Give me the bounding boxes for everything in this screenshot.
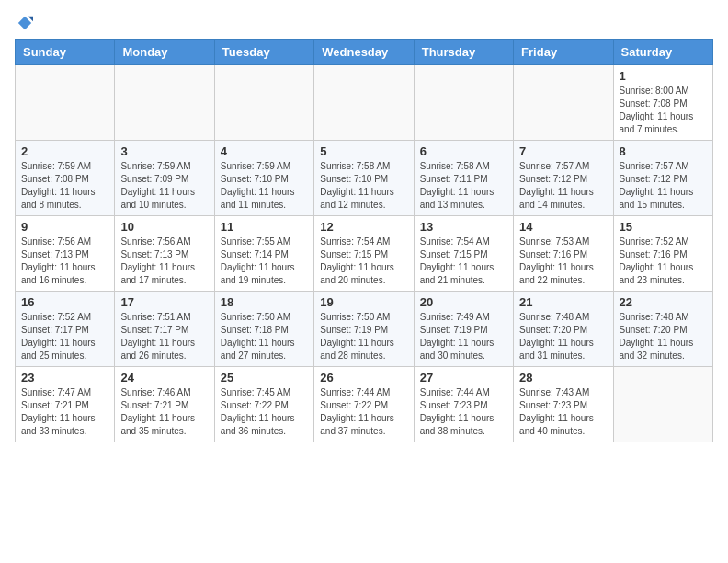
calendar-week-row: 23Sunrise: 7:47 AM Sunset: 7:21 PM Dayli… bbox=[16, 367, 713, 442]
calendar-header-row: SundayMondayTuesdayWednesdayThursdayFrid… bbox=[16, 40, 713, 65]
calendar-cell: 1Sunrise: 8:00 AM Sunset: 7:08 PM Daylig… bbox=[613, 65, 712, 141]
calendar-week-row: 9Sunrise: 7:56 AM Sunset: 7:13 PM Daylig… bbox=[16, 216, 713, 292]
day-info: Sunrise: 7:49 AM Sunset: 7:19 PM Dayligh… bbox=[420, 311, 507, 362]
day-number: 13 bbox=[420, 220, 507, 234]
day-info: Sunrise: 7:45 AM Sunset: 7:22 PM Dayligh… bbox=[221, 386, 308, 438]
day-number: 19 bbox=[320, 295, 407, 309]
day-number: 18 bbox=[221, 295, 308, 309]
calendar-cell: 16Sunrise: 7:52 AM Sunset: 7:17 PM Dayli… bbox=[16, 292, 115, 367]
day-info: Sunrise: 7:51 AM Sunset: 7:17 PM Dayligh… bbox=[120, 311, 208, 362]
day-info: Sunrise: 7:56 AM Sunset: 7:13 PM Dayligh… bbox=[120, 236, 208, 287]
calendar-cell: 26Sunrise: 7:44 AM Sunset: 7:22 PM Dayli… bbox=[314, 367, 414, 442]
day-info: Sunrise: 7:55 AM Sunset: 7:14 PM Dayligh… bbox=[221, 236, 308, 287]
calendar-cell: 10Sunrise: 7:56 AM Sunset: 7:13 PM Dayli… bbox=[115, 216, 214, 292]
calendar-cell: 19Sunrise: 7:50 AM Sunset: 7:19 PM Dayli… bbox=[314, 292, 414, 367]
logo-icon bbox=[17, 15, 33, 31]
calendar-cell: 28Sunrise: 7:43 AM Sunset: 7:23 PM Dayli… bbox=[514, 367, 613, 442]
day-info: Sunrise: 7:58 AM Sunset: 7:11 PM Dayligh… bbox=[420, 160, 507, 212]
day-number: 9 bbox=[21, 220, 108, 234]
day-number: 14 bbox=[519, 220, 607, 234]
day-info: Sunrise: 7:44 AM Sunset: 7:23 PM Dayligh… bbox=[420, 386, 507, 438]
calendar-cell: 5Sunrise: 7:58 AM Sunset: 7:10 PM Daylig… bbox=[314, 141, 414, 216]
calendar-cell: 17Sunrise: 7:51 AM Sunset: 7:17 PM Dayli… bbox=[115, 292, 214, 367]
day-header-wednesday: Wednesday bbox=[314, 40, 414, 65]
day-number: 2 bbox=[21, 144, 108, 158]
day-number: 16 bbox=[21, 295, 108, 309]
calendar-table: SundayMondayTuesdayWednesdayThursdayFrid… bbox=[15, 39, 713, 442]
day-info: Sunrise: 7:52 AM Sunset: 7:16 PM Dayligh… bbox=[620, 236, 707, 287]
day-info: Sunrise: 7:58 AM Sunset: 7:10 PM Dayligh… bbox=[320, 160, 407, 212]
day-number: 28 bbox=[519, 371, 607, 385]
day-number: 17 bbox=[120, 295, 208, 309]
logo bbox=[15, 15, 33, 31]
day-number: 25 bbox=[221, 371, 308, 385]
day-header-monday: Monday bbox=[115, 40, 214, 65]
day-info: Sunrise: 7:44 AM Sunset: 7:22 PM Dayligh… bbox=[320, 386, 407, 438]
day-number: 24 bbox=[120, 371, 208, 385]
day-info: Sunrise: 7:47 AM Sunset: 7:21 PM Dayligh… bbox=[21, 386, 108, 438]
day-number: 11 bbox=[221, 220, 308, 234]
day-number: 4 bbox=[221, 144, 308, 158]
calendar-cell: 14Sunrise: 7:53 AM Sunset: 7:16 PM Dayli… bbox=[514, 216, 613, 292]
day-number: 15 bbox=[620, 220, 707, 234]
day-header-tuesday: Tuesday bbox=[214, 40, 313, 65]
calendar-cell: 8Sunrise: 7:57 AM Sunset: 7:12 PM Daylig… bbox=[613, 141, 712, 216]
day-header-friday: Friday bbox=[514, 40, 613, 65]
calendar-cell: 24Sunrise: 7:46 AM Sunset: 7:21 PM Dayli… bbox=[115, 367, 214, 442]
day-info: Sunrise: 8:00 AM Sunset: 7:08 PM Dayligh… bbox=[620, 85, 707, 136]
day-number: 1 bbox=[620, 69, 707, 83]
calendar-cell: 18Sunrise: 7:50 AM Sunset: 7:18 PM Dayli… bbox=[214, 292, 313, 367]
calendar-cell bbox=[314, 65, 414, 141]
day-info: Sunrise: 7:50 AM Sunset: 7:18 PM Dayligh… bbox=[221, 311, 308, 362]
day-info: Sunrise: 7:59 AM Sunset: 7:09 PM Dayligh… bbox=[120, 160, 208, 212]
day-header-thursday: Thursday bbox=[414, 40, 513, 65]
day-info: Sunrise: 7:54 AM Sunset: 7:15 PM Dayligh… bbox=[420, 236, 507, 287]
calendar-cell: 9Sunrise: 7:56 AM Sunset: 7:13 PM Daylig… bbox=[16, 216, 115, 292]
day-number: 10 bbox=[120, 220, 208, 234]
day-number: 23 bbox=[21, 371, 108, 385]
calendar-week-row: 1Sunrise: 8:00 AM Sunset: 7:08 PM Daylig… bbox=[16, 65, 713, 141]
calendar-cell: 15Sunrise: 7:52 AM Sunset: 7:16 PM Dayli… bbox=[613, 216, 712, 292]
calendar-cell: 11Sunrise: 7:55 AM Sunset: 7:14 PM Dayli… bbox=[214, 216, 313, 292]
calendar-cell: 4Sunrise: 7:59 AM Sunset: 7:10 PM Daylig… bbox=[214, 141, 313, 216]
day-info: Sunrise: 7:54 AM Sunset: 7:15 PM Dayligh… bbox=[320, 236, 407, 287]
day-number: 20 bbox=[420, 295, 507, 309]
calendar-cell: 22Sunrise: 7:48 AM Sunset: 7:20 PM Dayli… bbox=[613, 292, 712, 367]
day-header-saturday: Saturday bbox=[613, 40, 712, 65]
day-number: 3 bbox=[120, 144, 208, 158]
day-info: Sunrise: 7:48 AM Sunset: 7:20 PM Dayligh… bbox=[620, 311, 707, 362]
svg-marker-0 bbox=[18, 17, 31, 29]
calendar-cell: 25Sunrise: 7:45 AM Sunset: 7:22 PM Dayli… bbox=[214, 367, 313, 442]
calendar-cell: 3Sunrise: 7:59 AM Sunset: 7:09 PM Daylig… bbox=[115, 141, 214, 216]
calendar-cell: 7Sunrise: 7:57 AM Sunset: 7:12 PM Daylig… bbox=[514, 141, 613, 216]
calendar-cell bbox=[613, 367, 712, 442]
calendar-cell: 21Sunrise: 7:48 AM Sunset: 7:20 PM Dayli… bbox=[514, 292, 613, 367]
day-number: 26 bbox=[320, 371, 407, 385]
calendar-week-row: 16Sunrise: 7:52 AM Sunset: 7:17 PM Dayli… bbox=[16, 292, 713, 367]
day-number: 12 bbox=[320, 220, 407, 234]
day-info: Sunrise: 7:59 AM Sunset: 7:10 PM Dayligh… bbox=[221, 160, 308, 212]
day-number: 6 bbox=[420, 144, 507, 158]
day-number: 8 bbox=[620, 144, 707, 158]
calendar-cell: 12Sunrise: 7:54 AM Sunset: 7:15 PM Dayli… bbox=[314, 216, 414, 292]
day-number: 22 bbox=[620, 295, 707, 309]
day-info: Sunrise: 7:56 AM Sunset: 7:13 PM Dayligh… bbox=[21, 236, 108, 287]
day-info: Sunrise: 7:43 AM Sunset: 7:23 PM Dayligh… bbox=[519, 386, 607, 438]
calendar-cell bbox=[514, 65, 613, 141]
day-number: 27 bbox=[420, 371, 507, 385]
calendar-cell: 20Sunrise: 7:49 AM Sunset: 7:19 PM Dayli… bbox=[414, 292, 513, 367]
calendar-cell bbox=[115, 65, 214, 141]
calendar-cell: 13Sunrise: 7:54 AM Sunset: 7:15 PM Dayli… bbox=[414, 216, 513, 292]
calendar-cell: 2Sunrise: 7:59 AM Sunset: 7:08 PM Daylig… bbox=[16, 141, 115, 216]
day-info: Sunrise: 7:46 AM Sunset: 7:21 PM Dayligh… bbox=[120, 386, 208, 438]
day-number: 21 bbox=[519, 295, 607, 309]
calendar-cell bbox=[414, 65, 513, 141]
day-header-sunday: Sunday bbox=[16, 40, 115, 65]
day-info: Sunrise: 7:48 AM Sunset: 7:20 PM Dayligh… bbox=[519, 311, 607, 362]
day-number: 5 bbox=[320, 144, 407, 158]
calendar-cell bbox=[16, 65, 115, 141]
calendar-cell: 27Sunrise: 7:44 AM Sunset: 7:23 PM Dayli… bbox=[414, 367, 513, 442]
calendar-cell: 6Sunrise: 7:58 AM Sunset: 7:11 PM Daylig… bbox=[414, 141, 513, 216]
day-info: Sunrise: 7:50 AM Sunset: 7:19 PM Dayligh… bbox=[320, 311, 407, 362]
day-info: Sunrise: 7:52 AM Sunset: 7:17 PM Dayligh… bbox=[21, 311, 108, 362]
